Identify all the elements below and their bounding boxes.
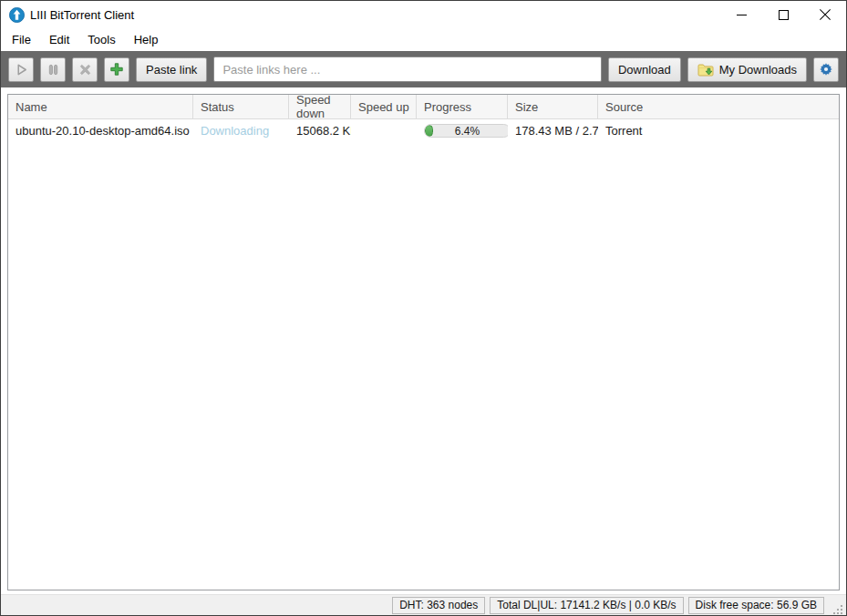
plus-icon [109,62,124,77]
paste-link-label: Paste link [146,63,197,77]
resize-grip[interactable] [832,603,843,615]
play-icon [15,63,28,77]
start-button[interactable] [8,57,34,82]
col-header-size[interactable]: Size [508,95,598,118]
toolbar: Paste link Download My Downloads [1,51,846,87]
remove-button[interactable] [72,57,98,82]
col-header-progress[interactable]: Progress [417,95,508,118]
maximize-icon [779,10,789,20]
main-area: Name Status Speed down Speed up Progress… [1,87,846,594]
title-bar: LIII BitTorrent Client [1,1,846,28]
paste-links-input[interactable] [213,56,602,82]
cell-source: Torrent [598,124,839,138]
col-header-source[interactable]: Source [598,95,839,118]
col-header-speed-down[interactable]: Speed down [289,95,351,118]
cell-progress: 6.4% [417,124,508,138]
table-row[interactable]: ubuntu-20.10-desktop-amd64.iso Downloadi… [8,119,839,142]
menu-edit[interactable]: Edit [40,30,78,49]
menu-file[interactable]: File [3,30,40,49]
download-label: Download [618,63,671,77]
folder-download-icon [697,63,714,77]
cell-name: ubuntu-20.10-desktop-amd64.iso [8,124,193,138]
app-window: LIII BitTorrent Client File Edit Tools H… [0,0,847,616]
window-title: LIII BitTorrent Client [30,8,134,22]
total-speed-status: Total DL|UL: 17141.2 KB/s | 0.0 KB/s [490,597,683,614]
pause-button[interactable] [40,57,66,82]
cell-speed-down: 15068.2 KB/s [289,124,351,138]
my-downloads-button[interactable]: My Downloads [687,57,807,82]
maximize-button[interactable] [762,1,804,28]
x-icon [78,63,92,77]
minimize-icon [737,10,747,20]
col-header-name[interactable]: Name [8,95,193,118]
torrent-table: Name Status Speed down Speed up Progress… [7,94,840,590]
disk-free-space-status: Disk free space: 56.9 GB [688,597,824,614]
app-logo-icon [9,7,25,23]
progress-bar: 6.4% [424,124,508,138]
col-header-speed-up[interactable]: Speed up [351,95,417,118]
menu-help[interactable]: Help [125,30,168,49]
col-header-status[interactable]: Status [193,95,289,118]
close-button[interactable] [804,1,846,28]
gear-icon [819,62,833,77]
download-button[interactable]: Download [608,57,681,82]
close-icon [820,9,831,20]
status-bar: DHT: 363 nodes Total DL|UL: 17141.2 KB/s… [1,594,846,615]
paste-link-button[interactable]: Paste link [136,57,207,82]
table-header-row: Name Status Speed down Speed up Progress… [8,95,839,119]
cell-status: Downloading [193,124,289,138]
progress-label: 6.4% [425,125,508,137]
minimize-button[interactable] [720,1,762,28]
settings-button[interactable] [813,57,839,82]
my-downloads-label: My Downloads [719,63,797,77]
dht-status: DHT: 363 nodes [392,597,485,614]
menu-bar: File Edit Tools Help [1,28,846,51]
pause-icon [46,63,60,77]
menu-tools[interactable]: Tools [78,30,124,49]
cell-size: 178.43 MB / 2.7... [508,124,598,138]
add-torrent-button[interactable] [104,57,129,82]
